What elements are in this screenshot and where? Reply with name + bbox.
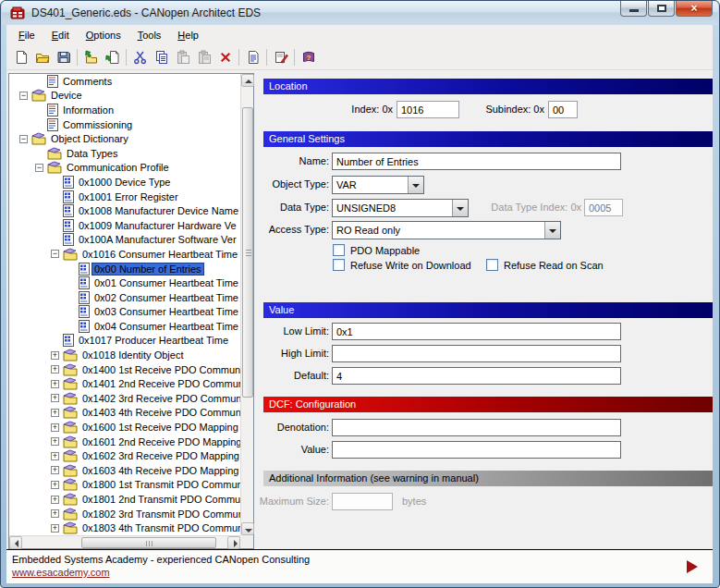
- edit-entry-button[interactable]: [270, 47, 291, 67]
- tree-item-label[interactable]: 0x02 Consumer Heartbeat Time: [92, 292, 240, 303]
- tree-row[interactable]: Information: [9, 103, 240, 117]
- scroll-down-button[interactable]: [241, 522, 254, 535]
- tree-row[interactable]: 0x00 Number of Entries: [9, 262, 240, 276]
- banner-arrow-icon[interactable]: [687, 560, 698, 573]
- help-contents-button[interactable]: ?: [298, 47, 319, 67]
- tree-item-label[interactable]: 0x1601 2nd Receive PDO Mapping: [80, 436, 240, 447]
- tree-row[interactable]: 0x1000 Device Type: [9, 175, 240, 190]
- tree-item-label[interactable]: Data Types: [65, 148, 119, 159]
- denotation-field[interactable]: [332, 419, 621, 436]
- tree-item-label[interactable]: 0x1600 1st Receive PDO Mapping: [80, 422, 240, 433]
- report-button[interactable]: [242, 47, 263, 67]
- tree-row[interactable]: +0x1018 Identity Object: [9, 348, 240, 362]
- collapse-icon[interactable]: −: [19, 92, 28, 100]
- tree-row[interactable]: 0x1009 Manufacturer Hardware Ve: [9, 218, 240, 233]
- tree-vertical-scrollbar[interactable]: [240, 74, 253, 535]
- low-limit-field[interactable]: [332, 323, 621, 340]
- tree-row[interactable]: 0x04 Consumer Heartbeat Time: [9, 319, 240, 334]
- chevron-down-icon[interactable]: [544, 222, 560, 239]
- tree-row[interactable]: +0x1800 1st Transmit PDO Communi: [9, 478, 240, 493]
- tree-item-label[interactable]: Information: [61, 104, 116, 116]
- tree-item-label[interactable]: 0x1016 Consumer Heartbeat Time: [80, 249, 239, 260]
- tree-item-label[interactable]: Communication Profile: [65, 162, 171, 173]
- expand-icon[interactable]: +: [51, 509, 59, 518]
- tree-row[interactable]: Data Types: [9, 146, 240, 161]
- expand-icon[interactable]: +: [51, 452, 59, 460]
- save-button[interactable]: [53, 47, 74, 67]
- object-type-dropdown[interactable]: VAR: [332, 176, 424, 194]
- tree-row[interactable]: 0x1008 Manufacturer Device Name: [9, 203, 240, 218]
- access-type-dropdown[interactable]: RO Read only: [332, 221, 561, 239]
- tree-row[interactable]: +0x1600 1st Receive PDO Mapping: [9, 420, 240, 435]
- tree-item-label[interactable]: 0x1402 3rd Receive PDO Commun: [80, 393, 240, 404]
- import-button[interactable]: [102, 47, 123, 67]
- tree-row[interactable]: +0x1801 2nd Transmit PDO Commur: [9, 492, 240, 507]
- name-field[interactable]: [332, 153, 621, 170]
- tree-item-label[interactable]: 0x1000 Device Type: [77, 177, 172, 188]
- tree-item-label[interactable]: 0x1008 Manufacturer Device Name: [77, 205, 240, 216]
- delete-button[interactable]: [214, 47, 236, 67]
- tree-row[interactable]: −Communication Profile: [9, 161, 240, 176]
- tree-horizontal-scrollbar[interactable]: [9, 535, 240, 548]
- pdo-mappable-checkbox[interactable]: [333, 244, 345, 256]
- maximize-button[interactable]: [648, 1, 675, 17]
- tree-item-label[interactable]: 0x1800 1st Transmit PDO Communi: [80, 479, 240, 490]
- tree-row[interactable]: +0x1401 2nd Receive PDO Commur: [9, 376, 240, 391]
- tree-item-label[interactable]: 0x100A Manufacturer Software Ver: [77, 234, 238, 245]
- tree-row[interactable]: +0x1402 3rd Receive PDO Commun: [9, 391, 240, 406]
- tree-item-label[interactable]: 0x1403 4th Receive PDO Commun: [80, 407, 240, 418]
- expand-icon[interactable]: +: [51, 380, 59, 388]
- tree-item-label[interactable]: 0x1803 4th Transmit PDO Commun: [80, 522, 240, 533]
- new-button[interactable]: [10, 47, 31, 67]
- tree-row[interactable]: 0x1017 Producer Heartbeat Time: [9, 334, 240, 349]
- title-bar[interactable]: DS401_Generic.eds - CANopen Architect ED…: [2, 1, 718, 25]
- tree-row[interactable]: 0x02 Consumer Heartbeat Time: [9, 290, 240, 305]
- tree-row[interactable]: 0x01 Consumer Heartbeat Time: [9, 276, 240, 290]
- scroll-up-button[interactable]: [241, 74, 254, 87]
- tree-row[interactable]: 0x03 Consumer Heartbeat Time: [9, 305, 240, 320]
- tree-item-label[interactable]: Object Dictionary: [49, 133, 130, 144]
- expand-icon[interactable]: +: [51, 496, 59, 504]
- tree-item-label[interactable]: 0x1001 Error Register: [77, 191, 180, 202]
- close-button[interactable]: ×: [676, 1, 713, 17]
- subindex-field[interactable]: [548, 101, 578, 118]
- tree-item-label[interactable]: 0x1603 4th Receive PDO Mapping: [80, 465, 240, 476]
- horizontal-scroll-thumb[interactable]: [81, 537, 216, 548]
- tree-item-label[interactable]: 0x1400 1st Receive PDO Communi: [80, 364, 240, 375]
- expand-icon[interactable]: +: [51, 423, 59, 432]
- expand-icon[interactable]: +: [51, 437, 59, 446]
- tree-row[interactable]: +0x1601 2nd Receive PDO Mapping: [9, 435, 240, 449]
- menu-edit[interactable]: Edit: [43, 27, 78, 43]
- tree-item-label[interactable]: 0x1602 3rd Receive PDO Mapping: [80, 450, 240, 461]
- dcf-value-field[interactable]: [332, 441, 621, 459]
- refuse-write-checkbox[interactable]: [333, 259, 345, 271]
- tree-row[interactable]: +0x1403 4th Receive PDO Commun: [9, 406, 240, 421]
- tree-row[interactable]: Comments: [9, 74, 240, 89]
- minimize-button[interactable]: [620, 1, 647, 17]
- tree-row[interactable]: +0x1400 1st Receive PDO Communi: [9, 362, 240, 377]
- collapse-icon[interactable]: −: [51, 250, 59, 258]
- tree-row[interactable]: +0x1602 3rd Receive PDO Mapping: [9, 448, 240, 463]
- vertical-scroll-thumb[interactable]: [242, 107, 253, 398]
- menu-help[interactable]: Help: [169, 27, 207, 43]
- scroll-right-button[interactable]: [227, 536, 240, 549]
- expand-icon[interactable]: +: [51, 524, 59, 533]
- tree-row[interactable]: +0x1803 4th Transmit PDO Commun: [9, 521, 240, 535]
- collapse-icon[interactable]: −: [35, 164, 43, 172]
- chevron-down-icon[interactable]: [452, 200, 468, 216]
- tree-row[interactable]: −0x1016 Consumer Heartbeat Time: [9, 247, 240, 262]
- menu-tools[interactable]: Tools: [129, 27, 170, 43]
- expand-icon[interactable]: +: [51, 351, 59, 360]
- expand-icon[interactable]: +: [51, 466, 59, 474]
- data-type-dropdown[interactable]: UNSIGNED8: [332, 199, 469, 217]
- tree-item-label[interactable]: 0x1009 Manufacturer Hardware Ve: [77, 220, 238, 231]
- expand-icon[interactable]: +: [51, 481, 59, 489]
- tree-item-label[interactable]: 0x01 Consumer Heartbeat Time: [92, 277, 240, 288]
- expand-icon[interactable]: +: [51, 409, 59, 417]
- tree-item-label[interactable]: 0x1802 3rd Transmit PDO Commun: [80, 508, 240, 520]
- expand-icon[interactable]: +: [51, 365, 59, 374]
- tree-row[interactable]: 0x100A Manufacturer Software Ver: [9, 233, 240, 248]
- scroll-left-button[interactable]: [9, 536, 22, 549]
- menu-file[interactable]: File: [10, 27, 43, 43]
- tree-item-label[interactable]: 0x04 Consumer Heartbeat Time: [92, 321, 240, 332]
